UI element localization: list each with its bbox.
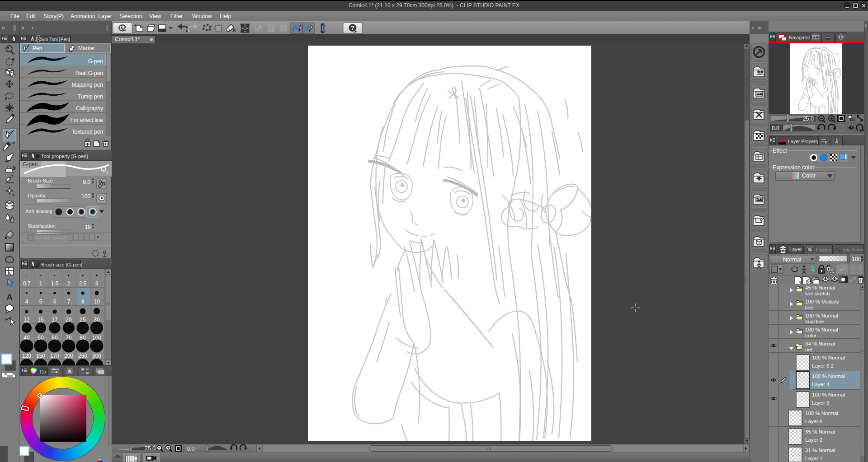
svg-text:line: line [805, 305, 813, 310]
svg-text:20: 20 [66, 317, 72, 323]
svg-text:45 % Normal: 45 % Normal [805, 285, 835, 290]
svg-text:100: 100 [92, 335, 101, 341]
svg-text:8: 8 [81, 299, 85, 305]
svg-text:Tumip pen: Tumip pen [78, 93, 103, 100]
svg-text:Textured pen: Textured pen [72, 129, 103, 135]
svg-text:31 % Normal: 31 % Normal [805, 448, 835, 453]
svg-text:Opacity: Opacity [28, 193, 45, 198]
svg-text:Brush Size: Brush Size [28, 178, 53, 183]
svg-text:70: 70 [66, 335, 72, 341]
svg-text:50: 50 [38, 335, 44, 341]
svg-text:net: net [805, 347, 813, 352]
svg-text:Vector magnet: Vector magnet [36, 235, 70, 240]
svg-text:100 % Multiply: 100 % Multiply [805, 299, 839, 304]
svg-text:A: A [6, 292, 13, 302]
svg-text:G-pen: G-pen [88, 58, 103, 65]
svg-text:8.0: 8.0 [83, 179, 90, 185]
svg-text:100 % Normal: 100 % Normal [812, 392, 845, 397]
svg-text:color: color [805, 333, 816, 338]
svg-text:250: 250 [78, 353, 87, 359]
svg-text:300: 300 [92, 353, 101, 359]
svg-text:Anti-aliasing: Anti-aliasing [25, 209, 52, 214]
svg-text:35 % Normal: 35 % Normal [805, 429, 835, 434]
svg-text:170: 170 [50, 353, 59, 359]
svg-text:120: 120 [22, 353, 31, 359]
svg-text:200: 200 [64, 353, 73, 359]
svg-text:Layer 6: Layer 6 [805, 419, 822, 424]
svg-text:150: 150 [36, 353, 45, 359]
svg-text:4: 4 [25, 299, 28, 305]
svg-text:25.0: 25.0 [145, 445, 156, 452]
svg-text:Calligraphy: Calligraphy [76, 105, 103, 112]
svg-text:10: 10 [94, 299, 100, 305]
svg-text:100 % Normal: 100 % Normal [805, 313, 838, 318]
svg-text:100: 100 [852, 256, 861, 262]
svg-text:?: ? [351, 24, 354, 31]
svg-text:final line: final line [805, 319, 824, 324]
svg-text:40: 40 [24, 335, 30, 341]
svg-text:Layer 1: Layer 1 [805, 456, 822, 461]
svg-text:15: 15 [38, 317, 44, 323]
svg-text:7: 7 [67, 299, 71, 305]
svg-text:2.5: 2.5 [79, 280, 87, 287]
svg-text:60: 60 [52, 335, 58, 341]
svg-text:5: 5 [39, 299, 42, 305]
svg-text:Layer 3: Layer 3 [812, 400, 829, 406]
svg-text:2: 2 [67, 280, 71, 287]
svg-text:0.7: 0.7 [23, 280, 31, 287]
svg-text:25: 25 [80, 317, 86, 323]
svg-text:80: 80 [80, 335, 86, 341]
svg-text:1: 1 [39, 280, 42, 287]
svg-text:line sketch: line sketch [805, 291, 830, 296]
svg-text:For effect line: For effect line [71, 117, 104, 123]
svg-text:1.5: 1.5 [51, 280, 59, 287]
svg-text:25.0: 25.0 [803, 116, 814, 122]
svg-text:0.0: 0.0 [772, 125, 779, 131]
svg-text:12: 12 [24, 317, 30, 323]
svg-text:Mapping pen: Mapping pen [72, 82, 103, 88]
svg-text:100: 100 [81, 193, 90, 200]
svg-text:17: 17 [52, 317, 58, 323]
svg-text:30: 30 [94, 317, 100, 323]
svg-text:6: 6 [53, 299, 57, 305]
svg-text:Layer 6 2: Layer 6 2 [812, 363, 834, 369]
svg-text:18: 18 [85, 224, 91, 230]
svg-text:Layer 2: Layer 2 [805, 437, 822, 443]
svg-text:Normal: Normal [783, 257, 801, 263]
svg-text:100 % Normal: 100 % Normal [812, 355, 845, 360]
svg-text:Stabilization: Stabilization [28, 223, 56, 229]
svg-text:100 % Normal: 100 % Normal [805, 411, 838, 416]
svg-text:Real G-pen: Real G-pen [75, 70, 103, 76]
svg-text:3: 3 [95, 280, 99, 287]
svg-text:34 % Normal: 34 % Normal [805, 341, 835, 346]
svg-text:Layer 4: Layer 4 [812, 382, 830, 387]
svg-text:100 % Normal: 100 % Normal [812, 373, 845, 379]
svg-text:100 % Normal: 100 % Normal [805, 327, 838, 332]
